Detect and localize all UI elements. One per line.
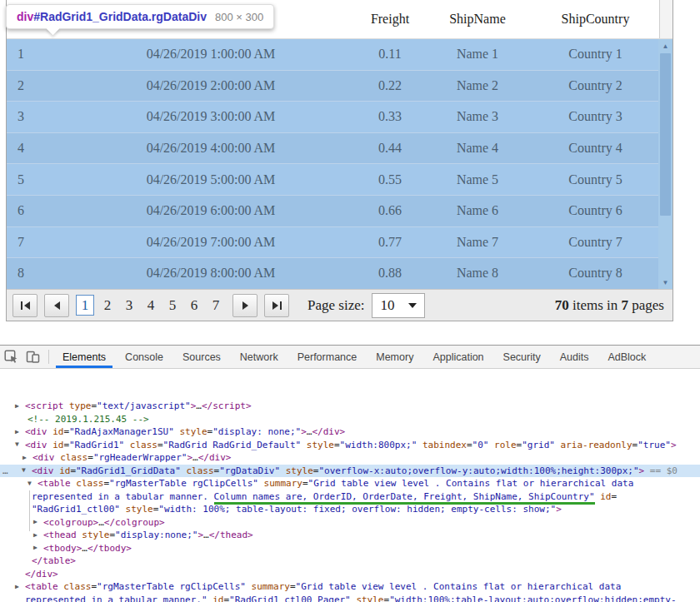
expand-arrow-icon[interactable]: ▼ (28, 480, 32, 487)
page-number-3[interactable]: 3 (119, 295, 139, 316)
code-line[interactable]: </table> (0, 555, 700, 568)
device-toolbar-button[interactable] (22, 346, 43, 368)
code-token: "0" (472, 440, 489, 450)
dropdown-caret-icon (408, 303, 417, 308)
code-token: <div (32, 465, 59, 476)
code-token: = (63, 426, 69, 437)
table-cell: 0.55 (357, 164, 423, 195)
code-line[interactable]: <!-- 2019.1.215.45 --> (0, 413, 700, 426)
expand-arrow-icon[interactable]: ▶ (22, 455, 27, 461)
table-cell: 04/26/2019 3:00:00 AM (65, 102, 357, 132)
table-cell: 04/26/2019 4:00:00 AM (65, 133, 357, 164)
code-token: </table> (32, 555, 76, 566)
inspect-icon (4, 350, 18, 364)
expand-arrow-icon[interactable]: ▶ (33, 519, 38, 525)
table-row[interactable]: 104/26/2019 1:00:00 AM0.11Name 1Country … (7, 39, 659, 71)
expand-arrow-icon[interactable]: ▶ (33, 545, 38, 551)
tab-audits[interactable]: Audits (552, 346, 598, 368)
prev-page-button[interactable] (44, 294, 69, 317)
expand-arrow-icon[interactable]: ▶ (15, 403, 19, 410)
tab-sources[interactable]: Sources (174, 346, 229, 368)
table-row[interactable]: 804/26/2019 8:00:00 AM0.88Name 8Country … (7, 258, 659, 289)
page-number-2[interactable]: 2 (98, 295, 118, 316)
code-line[interactable]: represented in a tabular manner." id="Ra… (0, 594, 700, 602)
page-number-5[interactable]: 5 (162, 295, 182, 316)
code-line[interactable]: ▼<table class="rgMasterTable rgClipCells… (0, 477, 700, 490)
table-row[interactable]: 304/26/2019 3:00:00 AM0.33Name 3Country … (7, 102, 659, 133)
code-token: = (334, 440, 340, 450)
code-token: "rgDataDiv" (219, 465, 280, 476)
code-line[interactable]: ▶<table class="rgMasterTable rgClipCells… (0, 580, 700, 594)
code-token: > (671, 440, 677, 450)
scroll-up-icon[interactable]: ▲ (658, 39, 672, 52)
page-number-6[interactable]: 6 (184, 295, 204, 316)
code-line[interactable]: ▶<tbody>…</tbody> (0, 542, 700, 555)
expand-arrow-icon[interactable]: ▶ (15, 429, 19, 435)
tab-elements[interactable]: Elements (54, 346, 114, 368)
table-cell: 04/26/2019 1:00:00 AM (65, 39, 357, 70)
code-line[interactable]: </div> (0, 568, 700, 581)
code-token: <!-- 2019.1.215.45 --> (28, 414, 149, 425)
code-token: = (88, 452, 93, 463)
tab-performance[interactable]: Performance (289, 346, 366, 368)
table-row[interactable]: 704/26/2019 7:00:00 AM0.77Name 7Country … (7, 227, 659, 259)
vertical-scrollbar[interactable]: ▲ ▼ (658, 39, 672, 289)
code-token: <div (25, 440, 52, 450)
code-token: = (302, 478, 308, 489)
first-page-button[interactable] (12, 294, 38, 317)
inspect-element-button[interactable] (0, 346, 22, 368)
expand-arrow-icon[interactable]: ▼ (22, 467, 26, 474)
table-cell: Country 4 (532, 133, 659, 164)
table-cell: Name 4 (423, 133, 532, 164)
code-token: <thead (43, 530, 82, 540)
code-line[interactable]: …▼<div id="RadGrid1_GridData" class="rgD… (0, 465, 700, 478)
column-header-freight[interactable]: Freight (357, 0, 423, 38)
tab-security[interactable]: Security (495, 346, 549, 368)
grid-rows: 104/26/2019 1:00:00 AM0.11Name 1Country … (7, 39, 659, 289)
indent-guide (29, 490, 30, 532)
table-cell: Name 3 (423, 102, 532, 132)
page-number-1[interactable]: 1 (76, 295, 94, 316)
table-row[interactable]: 204/26/2019 2:00:00 AM0.22Name 2Country … (7, 71, 659, 102)
code-line[interactable]: ▼<div id="RadGrid1" class="RadGrid RadGr… (0, 439, 700, 452)
expand-arrow-icon[interactable]: ▶ (33, 532, 38, 539)
table-cell: 1 (7, 39, 65, 70)
code-token: style (179, 426, 207, 437)
tab-network[interactable]: Network (232, 346, 287, 368)
code-token: "RadAjaxManager1SU" (69, 426, 174, 437)
page-number-4[interactable]: 4 (141, 295, 161, 316)
column-header-shipname[interactable]: ShipName (423, 0, 532, 38)
table-cell: 04/26/2019 8:00:00 AM (65, 258, 357, 289)
code-line[interactable]: ▶<div id="RadAjaxManager1SU" style="disp… (0, 425, 700, 439)
last-page-button[interactable] (264, 294, 289, 317)
table-row[interactable]: 604/26/2019 6:00:00 AM0.66Name 6Country … (7, 196, 659, 227)
code-line[interactable]: "RadGrid1_ctl00" style="width: 100%; tab… (0, 503, 700, 516)
scroll-down-icon[interactable]: ▼ (658, 276, 672, 289)
table-row[interactable]: 404/26/2019 4:00:00 AM0.44Name 4Country … (7, 133, 659, 165)
next-page-button[interactable] (232, 294, 258, 317)
tab-memory[interactable]: Memory (368, 346, 422, 368)
expand-arrow-icon[interactable]: ▼ (15, 441, 19, 448)
page-size-dropdown[interactable]: 10 (372, 293, 425, 318)
table-cell: Country 2 (532, 71, 659, 102)
expand-arrow-icon[interactable]: ▶ (15, 584, 19, 590)
tab-application[interactable]: Application (424, 346, 492, 368)
scrollbar-thumb[interactable] (660, 53, 671, 216)
code-token: </tbody> (88, 543, 132, 554)
column-header-shipcountry[interactable]: ShipCountry (532, 0, 659, 38)
header-scroll-corner (659, 0, 672, 38)
page-size-value: 10 (380, 297, 394, 314)
page-number-7[interactable]: 7 (206, 295, 226, 316)
code-line[interactable]: ▶<thead style="display:none;">…</thead> (0, 529, 700, 542)
table-row[interactable]: 504/26/2019 5:00:00 AM0.55Name 5Country … (7, 164, 659, 196)
tab-adblock[interactable]: AdBlock (599, 346, 654, 368)
code-line[interactable]: represented in a tabular manner. Column … (0, 490, 700, 504)
code-token (555, 440, 561, 450)
tab-console[interactable]: Console (117, 346, 172, 368)
table-cell: 04/26/2019 7:00:00 AM (65, 227, 357, 258)
code-line[interactable]: ▶<colgroup>…</colgroup> (0, 516, 700, 530)
code-token: "RadGrid1_ctl00" (32, 504, 120, 515)
code-line[interactable]: ▶<script type="text/javascript">…</scrip… (0, 400, 700, 413)
code-line[interactable]: ▶<div class="rgHeaderWrapper">…</div> (0, 451, 700, 465)
code-token: <div (25, 426, 52, 437)
